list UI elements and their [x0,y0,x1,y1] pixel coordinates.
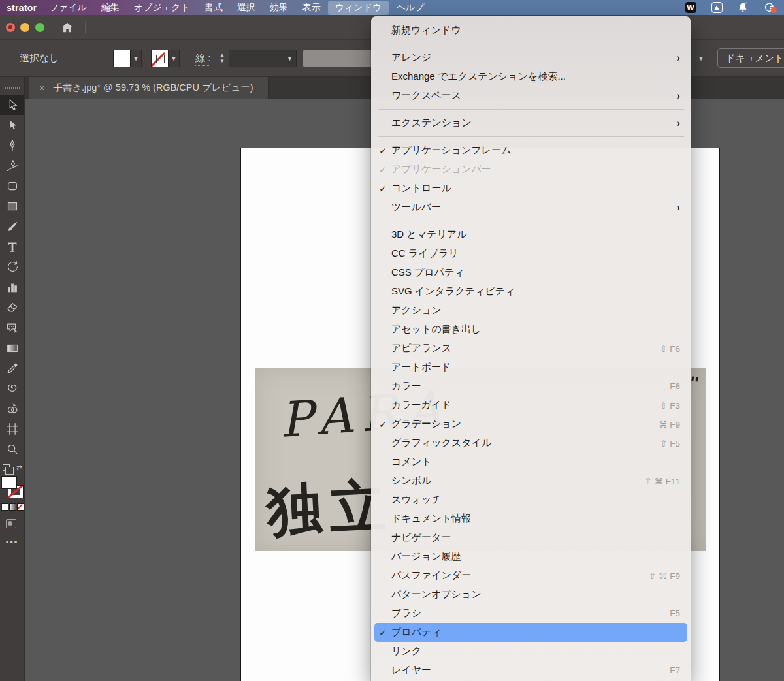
menu-item-label: アプリケーションバー [391,163,491,176]
close-window-button[interactable] [6,23,15,32]
menu-item-label: アクション [391,304,442,317]
color-mode-button[interactable] [1,503,8,511]
menu-item-アピアランス[interactable]: アピアランス⇧ F6 [374,339,687,358]
minimize-window-button[interactable] [20,23,29,32]
default-fill-stroke-icon[interactable] [3,464,10,471]
menubar-item-ヘルプ[interactable]: ヘルプ [389,1,431,15]
comment-tool[interactable] [0,317,24,338]
menu-item-アートボード[interactable]: アートボード [374,358,687,377]
stroke-width-select[interactable]: ▼ [229,50,297,67]
menu-item-コントロール[interactable]: ✓コントロール [374,179,687,198]
dock-grip-handle[interactable] [5,87,20,89]
stroke-width-stepper[interactable]: ▲▼ [218,50,227,67]
menu-item-グラフィックスタイル[interactable]: グラフィックスタイル⇧ F5 [374,434,687,452]
stroke-color-swatch[interactable] [151,50,169,67]
w-app-icon[interactable]: W [685,2,696,14]
menubar-item-編集[interactable]: 編集 [94,1,127,15]
gradient-tool[interactable] [0,338,24,358]
menu-shortcut: F6 [670,381,680,391]
menubar-item-効果[interactable]: 効果 [263,1,295,15]
menu-item-新規ウィンドウ[interactable]: 新規ウィンドウ [374,21,687,40]
menu-item-label: ドキュメント情報 [391,513,471,525]
menu-item-ブラシ[interactable]: ブラシF5 [374,604,687,623]
menu-item-アセットの書き出し[interactable]: アセットの書き出し [374,320,687,339]
drawing-mode-button[interactable] [6,519,16,528]
sync-swirl-icon[interactable] [763,2,775,14]
menu-item-アクション[interactable]: アクション [374,301,687,320]
menu-item-ナビゲーター[interactable]: ナビゲーター [374,528,687,547]
shape-builder-tool-icon [5,402,20,416]
stroke-dropdown-chevron-icon[interactable]: ▼ [169,50,180,67]
blend-tool[interactable] [0,378,24,398]
edit-toolbar-ellipsis-icon[interactable]: ••• [0,537,24,547]
menu-item-コメント[interactable]: コメント [374,452,687,471]
zoom-tool[interactable] [0,439,24,459]
curvature-tool[interactable] [0,155,24,176]
menu-item-ドキュメント情報[interactable]: ドキュメント情報 [374,509,687,528]
rotate-tool[interactable] [0,257,24,277]
menu-item-アレンジ[interactable]: アレンジ› [374,48,687,67]
gradient-mode-button[interactable] [9,503,16,511]
menu-item-カラーガイド[interactable]: カラーガイド⇧ F3 [374,396,687,415]
home-icon[interactable] [60,20,74,37]
menu-item-3D とマテリアル[interactable]: 3D とマテリアル [374,225,687,244]
menu-item-レイヤー[interactable]: レイヤーF7 [374,661,687,680]
eyedropper-tool[interactable] [0,358,24,378]
swap-fill-stroke-icon[interactable]: ⇄ [16,464,22,471]
paintbrush-tool[interactable] [0,216,24,236]
notification-bell-icon[interactable] [737,2,749,14]
fill-color-swatch[interactable] [113,50,131,67]
drafts-app-icon[interactable] [711,2,723,14]
rectangle-tool-icon [5,199,20,214]
menu-item-パターンオプション[interactable]: パターンオプション [374,585,687,604]
submenu-arrow-icon: › [676,52,680,63]
app-menu-illustrator[interactable]: strator [1,3,42,13]
zoom-window-button[interactable] [35,23,44,32]
menu-item-パスファインダー[interactable]: パスファインダー⇧ ⌘ F9 [374,566,687,585]
menu-item-シンボル[interactable]: シンボル⇧ ⌘ F11 [374,471,687,490]
menu-item-label: アピアランス [391,342,451,355]
stroke-width-label[interactable]: 線 : [195,52,210,66]
document-tab[interactable]: × 手書き.jpg* @ 59.73 % (RGB/CPU プレビュー) [29,77,269,99]
selection-tool[interactable] [0,95,24,115]
menubar-item-表示[interactable]: 表示 [295,1,328,15]
menu-item-ツールバー[interactable]: ツールバー› [374,198,687,217]
control-bar-overflow-chevron-icon[interactable]: ▼ [694,50,708,67]
menu-item-label: シンボル [391,475,431,487]
menu-item-CSS プロパティ[interactable]: CSS プロパティ [374,263,687,282]
menubar-item-ウィンドウ[interactable]: ウィンドウ [328,1,389,15]
rounded-rectangle-tool[interactable] [0,176,24,196]
curvature-tool-icon [5,159,20,173]
menu-item-プロパティ[interactable]: ✓プロパティ [374,623,687,642]
tab-close-icon[interactable]: × [39,83,44,93]
artboard-tool[interactable] [0,419,24,439]
pen-tool[interactable] [0,135,24,155]
menu-item-バージョン履歴[interactable]: バージョン履歴 [374,547,687,566]
menubar-item-書式[interactable]: 書式 [197,1,230,15]
menu-item-スウォッチ[interactable]: スウォッチ [374,490,687,509]
menu-item-リンク[interactable]: リンク [374,642,687,661]
menu-item-グラデーション[interactable]: ✓グラデーション⌘ F9 [374,415,687,434]
menu-item-SVG インタラクティビティ[interactable]: SVG インタラクティビティ [374,282,687,301]
menubar-item-オブジェクト[interactable]: オブジェクト [127,1,197,15]
column-graph-tool[interactable] [0,277,24,297]
rectangle-tool[interactable] [0,196,24,216]
checkmark-icon: ✓ [374,419,391,430]
menubar-item-選択[interactable]: 選択 [230,1,263,15]
eraser-tool[interactable] [0,297,24,317]
type-tool[interactable] [0,236,24,257]
menu-item-ワークスペース[interactable]: ワークスペース› [374,86,687,105]
fill-dropdown-chevron-icon[interactable]: ▼ [131,50,142,67]
menu-item-label: リンク [391,645,421,657]
menu-item-CC ライブラリ[interactable]: CC ライブラリ [374,244,687,263]
menu-item-エクステンション[interactable]: エクステンション› [374,114,687,133]
menubar-item-ファイル[interactable]: ファイル [42,1,93,15]
document-setup-button[interactable]: ドキュメント [717,48,784,68]
shape-builder-tool[interactable] [0,398,24,419]
menu-item-カラー[interactable]: カラーF6 [374,377,687,396]
menu-item-Exchange でエクステンションを検索...[interactable]: Exchange でエクステンションを検索... [374,67,687,86]
fill-swatch[interactable] [1,476,17,489]
menu-item-アプリケーションフレーム[interactable]: ✓アプリケーションフレーム [374,141,687,160]
direct-selection-tool[interactable] [0,115,24,135]
none-mode-button[interactable] [17,503,24,511]
